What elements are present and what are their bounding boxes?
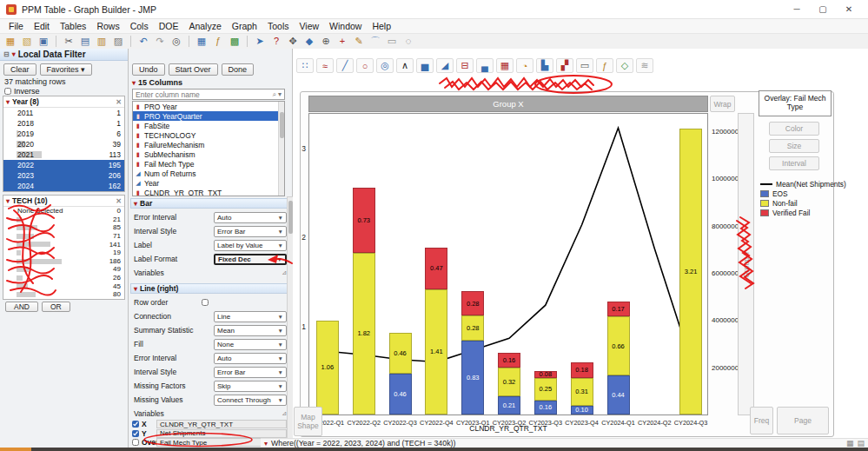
tech-filter-item[interactable]: 186 [3, 257, 124, 266]
start-over-button[interactable]: Start Over [169, 63, 218, 76]
bar-segment-non-fail[interactable]: 0.66 [607, 316, 630, 375]
year-filter-item[interactable]: 2021113 [3, 149, 124, 160]
legend-item[interactable]: Mean(Net Shipments) [760, 179, 846, 189]
chevron-down-icon[interactable]: ▾ [278, 90, 282, 98]
paste-icon[interactable]: ▥ [95, 35, 109, 48]
variable-value[interactable]: Net Shipments [156, 429, 287, 438]
column-item[interactable]: ◢Year [133, 178, 284, 188]
points-icon[interactable]: ∷ [296, 58, 314, 73]
tech-none-selected-item[interactable]: None Selected0 [3, 207, 124, 216]
open-icon[interactable]: ▧ [20, 35, 34, 48]
tech-filter-item[interactable]: 85 [3, 223, 124, 232]
ellipse-icon[interactable]: ○ [356, 58, 374, 73]
tech-filter-item[interactable]: 21 [3, 216, 124, 224]
heatmap-icon[interactable]: ▦ [496, 58, 514, 73]
line-option-dropdown[interactable]: None▼ [214, 339, 287, 350]
legend-item[interactable]: EOS [760, 189, 846, 198]
column-item[interactable]: ▮PRO Year [133, 102, 284, 111]
data-table-icon[interactable]: ▦ [195, 35, 209, 48]
bar-segment-non-fail[interactable]: 1.41 [425, 289, 447, 415]
bar-segment-non-fail[interactable]: 1.82 [353, 253, 375, 415]
favorites-button[interactable]: Favorites ▾ [40, 63, 92, 76]
column-list-scrollbar[interactable] [278, 102, 284, 196]
search-icon[interactable]: ⌕ [273, 90, 276, 99]
tech-filter-item[interactable]: 45 [3, 282, 124, 290]
color-zone[interactable]: Color [769, 122, 819, 136]
disclosure-icon[interactable]: ▾ [12, 50, 16, 58]
bar-segment-eos[interactable]: 0.83 [461, 341, 484, 415]
column-item[interactable]: ▮FabSite [133, 121, 284, 130]
menu-file[interactable]: File [3, 21, 29, 31]
line-option-dropdown[interactable]: Connect Through▼ [214, 395, 287, 406]
variable-checkbox[interactable] [132, 439, 139, 446]
collapse-icon[interactable]: ⊟ [3, 50, 10, 58]
menu-graph[interactable]: Graph [227, 21, 262, 31]
tech-filter-item[interactable]: 26 [3, 274, 124, 282]
menu-doe[interactable]: DOE [154, 21, 184, 31]
done-button[interactable]: Done [222, 63, 255, 76]
line-option-dropdown[interactable]: Error Bar▼ [214, 367, 287, 378]
plot-area[interactable]: 1.06CY2022-Q11.820.73CY2022-Q20.460.46CY… [308, 113, 708, 415]
map-shape-icon[interactable]: ◇ [616, 58, 633, 73]
variable-row[interactable]: YNet Shipments [132, 429, 287, 438]
histogram-icon[interactable]: ▄ [476, 58, 494, 73]
treemap-icon[interactable]: ▙ [536, 58, 553, 73]
close-button[interactable]: ✕ [836, 0, 862, 18]
formula-icon[interactable]: ƒ [211, 35, 225, 48]
pencil-tool-icon[interactable]: ✎ [352, 35, 366, 48]
brush-tool-icon[interactable]: ◆ [302, 35, 316, 48]
bar-segment-verified-fail[interactable]: 0.16 [498, 353, 520, 367]
disclosure-icon[interactable]: ▾ [134, 285, 137, 293]
legend-item[interactable]: Non-fail [760, 198, 846, 208]
bar-segment-verified-fail[interactable]: 0.28 [461, 291, 484, 316]
taskbar-start-segment[interactable] [0, 448, 31, 451]
os-taskbar[interactable] [0, 448, 868, 451]
bar-segment-non-fail[interactable]: 0.28 [461, 315, 484, 341]
line-section-header[interactable]: ▾ Line (right) [130, 283, 288, 294]
menu-edit[interactable]: Edit [29, 21, 55, 31]
year-filter-item[interactable]: 202039 [3, 139, 124, 149]
size-zone[interactable]: Size [769, 139, 819, 153]
overlay-legend-title[interactable]: Overlay: Fail Mech Type [759, 90, 832, 116]
year-filter-item[interactable]: 2024162 [3, 181, 124, 191]
bar-section-header[interactable]: ▾ Bar [130, 198, 288, 209]
annotate-tool-icon[interactable]: ◌ [401, 35, 415, 48]
formula-icon[interactable]: ƒ [596, 58, 613, 73]
close-icon[interactable]: ✕ [116, 98, 122, 106]
pie-icon[interactable]: ◔ [516, 58, 533, 73]
grabber-tool-icon[interactable]: ✥ [286, 35, 300, 48]
disclosure-icon[interactable]: ▾ [6, 98, 10, 106]
menu-rows[interactable]: Rows [91, 21, 124, 31]
maximize-button[interactable]: ▢ [810, 0, 836, 18]
tech-filter-item[interactable]: 49 [3, 265, 124, 274]
caption-box-icon[interactable]: ▭ [576, 58, 593, 73]
variable-checkbox[interactable] [132, 421, 139, 428]
journal-icon[interactable]: ▨ [111, 35, 125, 48]
bar-segment-non-fail[interactable]: 0.25 [534, 378, 557, 401]
wrap-zone[interactable]: Wrap [710, 96, 735, 112]
table-view-icon[interactable]: ▦ [846, 439, 854, 448]
bar-segment-non-fail[interactable]: 0.31 [571, 378, 593, 406]
menu-analyze[interactable]: Analyze [183, 21, 226, 31]
close-icon[interactable]: ✕ [116, 197, 122, 205]
area-icon[interactable]: ◢ [436, 58, 454, 73]
copy-icon[interactable]: ▤ [78, 35, 92, 48]
tech-filter-item[interactable]: 19 [3, 249, 124, 257]
save-icon[interactable]: ▣ [36, 35, 50, 48]
column-item[interactable]: ▮PRO YearQuarter [133, 111, 284, 121]
line-option-dropdown[interactable]: Mean▼ [214, 325, 287, 336]
bar-icon[interactable]: ▅ [416, 58, 434, 73]
menu-help[interactable]: Help [367, 21, 396, 31]
variable-value[interactable]: CLNDR_YR_QTR_TXT [156, 420, 287, 428]
box-plot-icon[interactable]: ⊟ [456, 58, 474, 73]
bar-segment-verified-fail[interactable]: 0.08 [534, 371, 557, 378]
year-filter-item[interactable]: 2022195 [3, 160, 124, 170]
column-item[interactable]: ▮Fail Mech Type [133, 159, 284, 169]
column-item[interactable]: ▮FailureMechanism [133, 140, 284, 149]
line-option-checkbox[interactable] [202, 299, 209, 306]
bar-option-dropdown[interactable]: Label by Value▼ [214, 240, 287, 251]
inverse-checkbox[interactable] [4, 88, 11, 95]
x-axis-title[interactable]: CLNDR_YR_QTR_TXT [308, 424, 708, 433]
search-icon[interactable]: ◎ [169, 35, 183, 48]
clear-button[interactable]: Clear [3, 63, 36, 76]
